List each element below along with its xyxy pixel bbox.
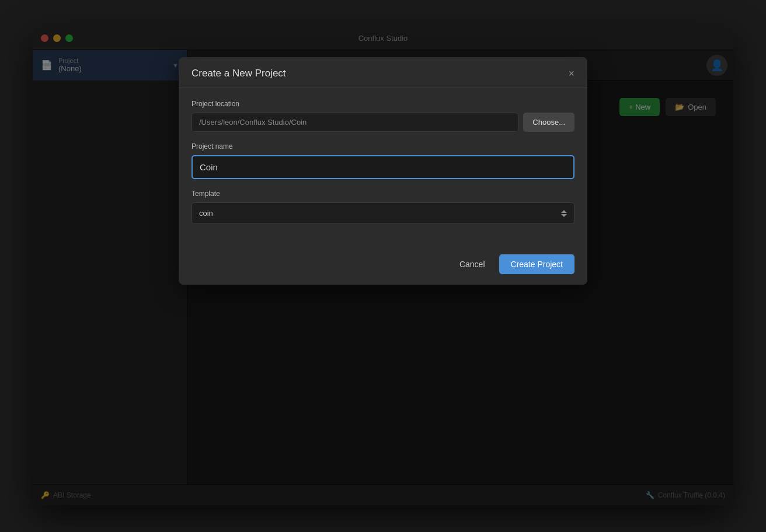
modal-close-button[interactable]: × (568, 68, 574, 79)
choose-location-button[interactable]: Choose... (523, 113, 574, 132)
modal-body: Project location Choose... Project name … (179, 88, 587, 246)
modal-footer: Cancel Create Project (179, 246, 587, 285)
location-label: Project location (192, 100, 574, 108)
create-project-modal: Create a New Project × Project location … (179, 57, 587, 285)
modal-title: Create a New Project (192, 68, 286, 79)
location-row: Choose... (192, 113, 574, 132)
name-group: Project name (192, 142, 574, 179)
main-window: Conflux Studio 📄 Project (None) ▼ 📋 Cont… (33, 27, 733, 505)
location-group: Project location Choose... (192, 100, 574, 132)
modal-overlay: Create a New Project × Project location … (33, 27, 733, 505)
modal-header: Create a New Project × (179, 57, 587, 88)
template-select[interactable]: coin erc20 blank (192, 202, 574, 224)
cancel-button[interactable]: Cancel (452, 255, 492, 274)
name-label: Project name (192, 142, 574, 150)
template-group: Template coin erc20 blank (192, 190, 574, 224)
template-label: Template (192, 190, 574, 198)
location-input[interactable] (192, 113, 518, 132)
create-project-button[interactable]: Create Project (499, 254, 574, 274)
project-name-input[interactable] (192, 155, 574, 179)
